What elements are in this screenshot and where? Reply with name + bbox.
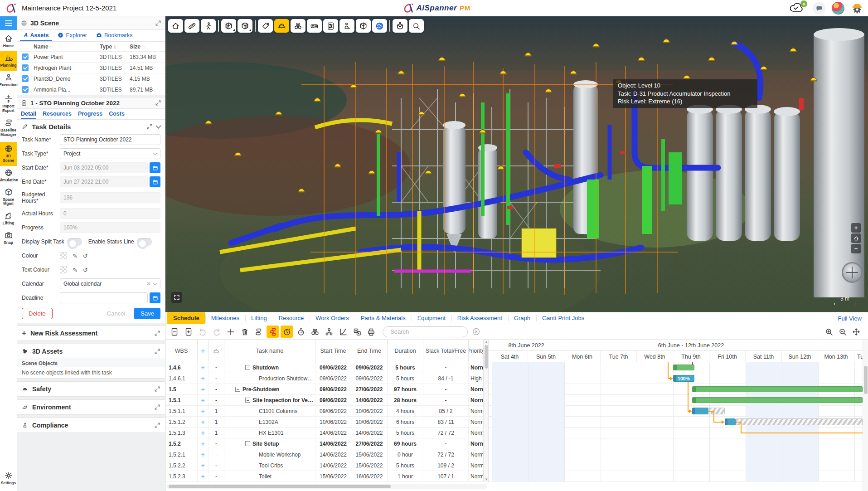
section-new-risk-assessment[interactable]: + New Risk Assessment — [17, 326, 165, 341]
sidebar-item-baseline-manager[interactable]: Baseline Manager — [0, 116, 17, 140]
zoom-out-button[interactable]: − — [851, 244, 861, 253]
resource-assign-button[interactable] — [323, 326, 335, 338]
gantt-bar-hatch[interactable] — [709, 408, 725, 414]
reset-colour-icon[interactable]: ↺ — [83, 253, 88, 259]
gantt-search[interactable] — [383, 326, 468, 337]
gantt-bar-summary[interactable] — [692, 397, 863, 403]
asset-row[interactable]: Plant3D_Demo 3DTILES 4.15 MB — [17, 73, 165, 84]
display-settings-button[interactable] — [323, 19, 338, 33]
reset-text-colour-icon[interactable]: ↺ — [83, 267, 88, 273]
sidebar-item-execution[interactable]: Execution — [0, 71, 17, 90]
sidebar-item-home[interactable]: Home — [0, 32, 17, 51]
end-date-field[interactable]: Jun 27 2022 21:00 — [60, 176, 148, 187]
collapse-task-icon[interactable] — [245, 441, 250, 446]
sidebar-item-lifting[interactable]: Lifting — [0, 209, 17, 228]
expand-icon[interactable] — [154, 330, 160, 336]
time-mode-button[interactable] — [281, 326, 293, 338]
task-row[interactable]: 1.5.2 + - Site Setup 14/06/2022 27/06/20… — [165, 438, 483, 449]
delete-button[interactable]: Delete — [22, 308, 53, 319]
sidebar-item-simulation[interactable]: Simulation — [0, 166, 17, 185]
add-subtask-icon[interactable]: + — [201, 375, 204, 382]
print-button[interactable] — [365, 326, 377, 338]
expand-all-button[interactable] — [182, 326, 194, 338]
section-cube-button[interactable] — [238, 19, 252, 33]
gantt-pan-icon[interactable] — [852, 327, 861, 336]
task-row[interactable]: 1.5.2.3 + - Toilet 15/06/2022 16/06/2022… — [165, 471, 483, 482]
engineer-mode-button[interactable] — [851, 2, 863, 15]
task-type-select[interactable]: Project — [60, 148, 160, 159]
sidebar-item-settings[interactable]: Settings — [0, 469, 17, 488]
deadline-calendar-button[interactable] — [150, 292, 160, 303]
menu-button[interactable] — [0, 16, 17, 30]
collapse-task-icon[interactable] — [235, 387, 240, 392]
sidebar-item-3d-scene[interactable]: 3D Scene — [0, 142, 17, 166]
task-row[interactable]: 1.5.2.1 + - Mobile Workshop 14/06/2022 1… — [165, 449, 483, 460]
collapse-task-icon[interactable] — [245, 398, 250, 403]
gantt-body[interactable]: 100% — [489, 362, 863, 482]
tab-explorer[interactable]: Explorer — [54, 30, 91, 41]
asset-checkbox[interactable] — [22, 53, 29, 60]
end-date-calendar-button[interactable] — [150, 176, 160, 187]
3d-scene-render[interactable] — [165, 16, 868, 312]
task-row[interactable]: 1.5.1.3 + 1 HX E1301 14/06/2022 14/06/20… — [165, 428, 483, 438]
view-cube-button[interactable] — [393, 19, 407, 33]
cancel-button[interactable]: Cancel — [104, 310, 128, 317]
section-environment[interactable]: Environment — [17, 399, 165, 415]
bottom-tab[interactable]: Resource — [273, 312, 310, 324]
task-row[interactable]: 1.5.1.2 + 1 E1302A 10/06/2022 10/06/2022… — [165, 417, 483, 428]
add-subtask-icon[interactable]: + — [201, 386, 204, 393]
sidebar-item-planning[interactable]: Planning — [0, 51, 17, 71]
start-date-field[interactable]: Jun 03 2022 05:00 — [60, 162, 148, 173]
expand-icon[interactable] — [154, 422, 160, 428]
bottom-tab[interactable]: Lifting — [245, 312, 273, 324]
edit-text-colour-icon[interactable]: ✎ — [73, 267, 78, 273]
sort-icon[interactable]: ↑↓ — [142, 45, 144, 49]
gantt-bar-summary[interactable] — [673, 365, 694, 370]
chevron-down-icon[interactable] — [155, 123, 161, 129]
projector-button[interactable] — [307, 19, 322, 33]
asset-checkbox[interactable] — [22, 75, 29, 82]
table-vertical-scrollbar[interactable]: ▲ ▼ — [483, 340, 489, 482]
progress-curve-button[interactable] — [337, 326, 349, 338]
gantt-bar-task[interactable] — [725, 418, 736, 425]
text-colour-swatch[interactable] — [60, 266, 67, 273]
add-subtask-icon[interactable]: + — [201, 451, 204, 458]
viewport-search-button[interactable] — [409, 19, 424, 33]
person-select-button[interactable] — [339, 19, 354, 33]
home-camera-button[interactable] — [851, 233, 861, 243]
collapse-task-icon[interactable] — [245, 365, 250, 370]
home-view-button[interactable] — [168, 19, 183, 33]
bottom-tab[interactable]: Equipment — [412, 312, 451, 324]
binoculars-button[interactable] — [291, 19, 305, 33]
cloud-sync-button[interactable]: 0 — [788, 2, 806, 15]
full-view-button[interactable]: Full View — [831, 312, 868, 324]
add-subtask-icon[interactable]: + — [201, 418, 204, 426]
save-button[interactable]: Save — [134, 308, 160, 319]
split-task-toggle[interactable] — [67, 238, 82, 246]
clear-search-icon[interactable] — [472, 328, 480, 335]
sidebar-item-space-mgmt[interactable]: Space Mgmt — [0, 185, 17, 209]
gantt-vertical-scrollbar[interactable] — [863, 340, 868, 491]
gantt-zoom-in-icon[interactable] — [824, 327, 834, 336]
user-avatar[interactable] — [832, 2, 844, 15]
delete-task-button[interactable] — [238, 326, 251, 338]
add-subtask-icon[interactable]: + — [201, 364, 204, 371]
simulation-dice-button[interactable] — [351, 326, 363, 338]
clear-icon[interactable]: ✕ — [146, 281, 151, 287]
gantt-bar-task[interactable]: 100% — [673, 375, 694, 382]
calendar-select[interactable]: Global calendar✕ — [60, 278, 160, 289]
add-subtask-icon[interactable]: + — [201, 397, 204, 404]
task-name-input[interactable]: STO Planning October 2022 — [60, 134, 160, 145]
walk-mode-button[interactable] — [201, 19, 216, 33]
add-subtask-icon[interactable]: + — [201, 473, 204, 480]
hardhat-tasks-button[interactable] — [274, 19, 289, 33]
bottom-tab[interactable]: Graph — [508, 312, 536, 324]
viewport-expand-button[interactable] — [171, 292, 182, 303]
section-3d-assets[interactable]: 3D Assets — [17, 344, 165, 359]
tab-assets[interactable]: A Assets — [20, 30, 52, 41]
collapse-arrows-icon[interactable] — [146, 123, 153, 130]
tab-bookmarks[interactable]: Bookmarks — [92, 30, 136, 41]
asset-checkbox[interactable] — [22, 86, 29, 93]
gantt-bar-summary[interactable] — [692, 386, 863, 392]
find-task-button[interactable] — [309, 326, 321, 338]
